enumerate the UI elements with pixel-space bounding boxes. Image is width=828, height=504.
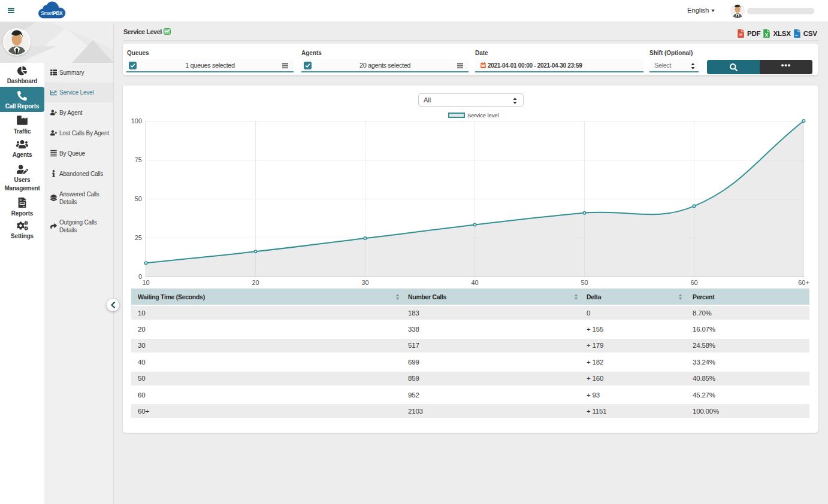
svg-text:100: 100 (131, 117, 142, 125)
svg-text:75: 75 (135, 156, 142, 163)
svg-text:30: 30 (361, 279, 368, 286)
svg-text:50: 50 (135, 195, 142, 202)
svg-text:20: 20 (252, 279, 259, 286)
svg-text:40: 40 (471, 279, 478, 286)
svg-text:60: 60 (690, 279, 697, 286)
svg-text:50: 50 (581, 279, 588, 286)
svg-text:10: 10 (142, 279, 149, 286)
svg-text:0: 0 (138, 273, 142, 280)
svg-text:60+: 60+ (798, 279, 809, 286)
svg-text:25: 25 (135, 234, 142, 241)
svg-text:SmartPBX: SmartPBX (41, 11, 63, 16)
